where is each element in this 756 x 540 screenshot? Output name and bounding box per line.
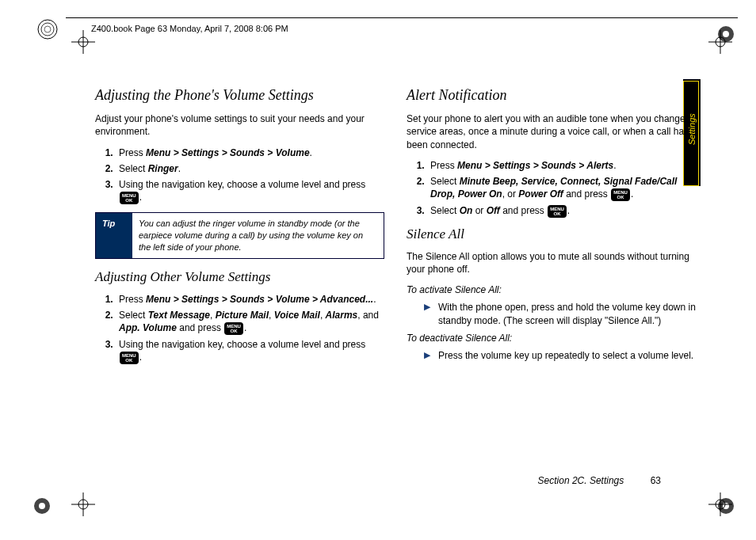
heading-other-volume: Adjusting Other Volume Settings (95, 268, 384, 287)
triangle-bullet-icon: ▶ (424, 349, 430, 362)
steps-list: Press Menu > Settings > Sounds > Alerts.… (407, 159, 696, 218)
crop-mark-icon (708, 30, 732, 54)
step-1: Press Menu > Settings > Sounds > Volume … (116, 293, 384, 306)
svg-point-6 (39, 503, 45, 509)
crop-mark-icon (71, 30, 95, 54)
intro-text: Adjust your phone's volume settings to s… (95, 112, 384, 138)
page-footer: Section 2C. Settings 63 (538, 475, 661, 486)
tip-content: You can adjust the ringer volume in stan… (132, 213, 384, 258)
svg-point-1 (41, 23, 54, 36)
page-number: 63 (651, 475, 661, 486)
heading-silence-all: Silence All (407, 226, 696, 244)
menu-ok-icon: MENUOK (611, 188, 630, 201)
step-3: Using the navigation key, choose a volum… (116, 178, 384, 204)
step-1: Press Menu > Settings > Sounds > Alerts. (427, 159, 696, 172)
gear-icon (32, 496, 52, 516)
menu-ok-icon: MENUOK (548, 205, 567, 218)
left-column: Adjusting the Phone's Volume Settings Ad… (95, 79, 384, 367)
menu-ok-icon: MENUOK (224, 322, 243, 335)
crop-mark-icon (71, 492, 95, 516)
step-2: Select Minute Beep, Service, Connect, Si… (427, 175, 696, 201)
subheading-deactivate: To deactivate Silence All: (407, 332, 696, 344)
tip-box: Tip You can adjust the ringer volume in … (95, 212, 384, 259)
heading-volume-settings: Adjusting the Phone's Volume Settings (95, 86, 384, 105)
steps-list: Press Menu > Settings > Sounds > Volume.… (95, 146, 384, 204)
intro-text: Set your phone to alert you with an audi… (407, 112, 696, 151)
intro-text-2: The Silence All option allows you to mut… (407, 250, 696, 276)
page-content: Adjusting the Phone's Volume Settings Ad… (95, 79, 697, 367)
heading-alert: Alert Notification (407, 86, 696, 105)
step-2: Select Ringer. (116, 162, 384, 175)
bullet-item: ▶ With the phone open, press and hold th… (424, 301, 696, 326)
crop-mark-icon (708, 492, 732, 516)
step-2: Select Text Message, Picture Mail, Voice… (116, 309, 384, 335)
svg-point-2 (44, 26, 51, 32)
right-column: Alert Notification Set your phone to ale… (407, 79, 696, 367)
header-rule (66, 17, 738, 18)
steps-list-2: Press Menu > Settings > Sounds > Volume … (95, 293, 384, 364)
menu-ok-icon: MENUOK (120, 352, 139, 364)
step-3: Using the navigation key, choose a volum… (116, 338, 384, 364)
triangle-bullet-icon: ▶ (424, 301, 430, 326)
step-3: Select On or Off and press MENUOK. (427, 204, 696, 218)
subheading-activate: To activate Silence All: (407, 283, 696, 296)
footer-section-label: Section 2C. Settings (538, 475, 624, 486)
tip-label: Tip (96, 213, 132, 258)
menu-ok-icon: MENUOK (120, 192, 139, 204)
bullet-item: ▶ Press the volume key up repeatedly to … (424, 349, 696, 362)
step-1: Press Menu > Settings > Sounds > Volume. (116, 146, 384, 159)
spiral-binding-icon (36, 17, 59, 41)
running-header: Z400.book Page 63 Monday, April 7, 2008 … (91, 24, 288, 33)
